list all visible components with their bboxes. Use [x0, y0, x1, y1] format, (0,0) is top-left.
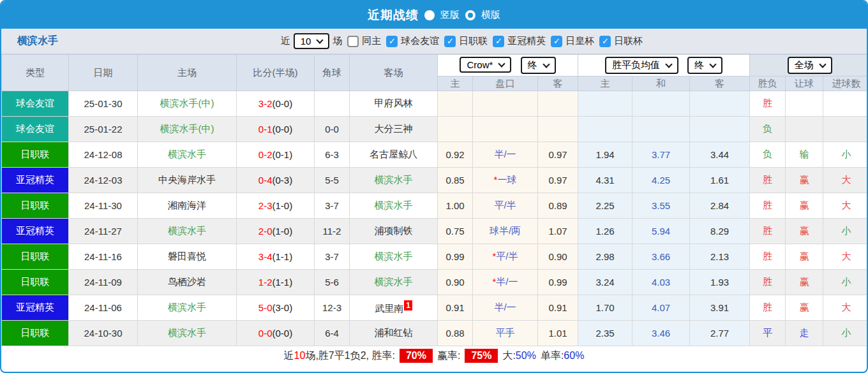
ah-away-odds-cell	[538, 117, 578, 142]
eu-home-odds-cell: 1.26	[578, 219, 632, 244]
result-cell: 胜	[750, 193, 786, 219]
result-cell: 平	[750, 321, 786, 346]
chevron-down-icon	[317, 36, 324, 43]
date-cell: 24-11-09	[69, 270, 138, 295]
eu-draw-odds-cell: 4.03	[632, 270, 690, 295]
vertical-layout-label: 竖版	[440, 9, 460, 21]
eu-home-odds-cell: 3.24	[578, 270, 632, 295]
ah-home-odds-cell	[438, 117, 473, 142]
result-cell: 负	[750, 142, 786, 168]
team-name-link[interactable]: 横滨水手	[17, 34, 58, 48]
eu-away-odds-cell: 2.77	[690, 321, 750, 346]
result-cell: 负	[750, 117, 786, 142]
corner-cell: 6-4	[315, 321, 350, 346]
ah-line-cell: *一球	[473, 168, 538, 193]
score-cell: 1-2(1-1)	[237, 270, 315, 295]
away-team-cell: 甲府风林	[350, 91, 438, 117]
eu-away-odds-cell: 2.84	[690, 193, 750, 219]
eu-draw-odds-cell	[632, 117, 690, 142]
goals-result-cell: 小	[823, 270, 868, 295]
league-checkbox-emperor-cup[interactable]: ✓	[551, 36, 562, 47]
table-row: 日职联24-10-30横滨水手0-0(0-0)6-4浦和红钻0.88平手1.01…	[2, 321, 868, 346]
handicap-state-select[interactable]: 终	[521, 57, 556, 74]
col-header-score: 比分(半场)	[237, 55, 315, 91]
league-checkbox-j1[interactable]: ✓	[444, 36, 456, 47]
home-team-cell: 横滨水手	[138, 142, 237, 168]
ah-result-cell: 走	[786, 321, 823, 346]
chevron-down-icon	[542, 61, 550, 68]
score-cell: 2-3(1-0)	[237, 193, 315, 219]
europe-odds-select[interactable]: 胜平负均值	[605, 57, 678, 74]
bookmaker-select[interactable]: Crow*	[460, 57, 511, 73]
ah-line-cell	[473, 117, 538, 142]
subcol-ah-result: 让球	[786, 77, 823, 91]
corner-cell	[315, 91, 350, 117]
table-row: 亚冠精英24-12-03中央海岸水手0-4(0-3)5-5横滨水手0.85*一球…	[2, 168, 868, 193]
eu-away-odds-cell: 3.91	[690, 295, 750, 321]
date-cell: 24-12-03	[69, 168, 138, 193]
league-checkbox-league-cup[interactable]: ✓	[599, 36, 611, 47]
subcol-ah-away: 客	[538, 77, 578, 91]
eu-home-odds-cell: 2.98	[578, 244, 632, 270]
recent-results-widget: 近期战绩 竖版 横版 横滨水手 近 10 场 同主 ✓ 球会友谊 ✓ 日职联 ✓…	[0, 0, 868, 373]
filter-bar: 横滨水手 近 10 场 同主 ✓ 球会友谊 ✓ 日职联 ✓ 亚冠精英 ✓ 日皇杯…	[1, 29, 867, 54]
eu-home-odds-cell	[578, 91, 632, 117]
eu-draw-odds-cell	[632, 91, 690, 117]
eu-draw-odds-cell: 4.25	[632, 168, 690, 193]
result-cell: 胜	[750, 270, 786, 295]
table-row: 日职联24-12-08横滨水手0-2(0-1)6-3名古屋鲸八0.92半/一0.…	[2, 142, 868, 168]
league-label-emperor-cup: 日皇杯	[565, 35, 594, 47]
score-cell: 3-4(1-1)	[237, 244, 315, 270]
ah-result-cell	[786, 91, 823, 117]
ah-line-cell: 平/半	[473, 193, 538, 219]
horizontal-layout-label: 横版	[481, 9, 500, 21]
home-team-cell: 横滨水手	[138, 219, 237, 244]
ah-away-odds-cell: 0.97	[538, 142, 578, 168]
table-row: 日职联24-11-30湘南海洋2-3(1-0)3-7横滨水手1.00平/半0.8…	[2, 193, 868, 219]
table-row: 球会友谊25-01-30横滨水手(中)3-2(0-0)甲府风林胜	[2, 91, 868, 117]
ah-away-odds-cell: 1.07	[538, 219, 578, 244]
eu-home-odds-cell: 1.94	[578, 142, 632, 168]
page-title: 近期战绩	[368, 7, 419, 24]
type-badge: 球会友谊	[2, 91, 69, 117]
eu-away-odds-cell	[690, 91, 750, 117]
score-cell: 0-4(0-3)	[237, 168, 315, 193]
league-checkbox-friendly[interactable]: ✓	[386, 36, 398, 47]
europe-state-select[interactable]: 终	[687, 57, 722, 74]
table-row: 日职联24-11-09鸟栖沙岩1-2(1-1)5-6横滨水手0.90*半/一0.…	[2, 270, 868, 295]
away-team-cell: 名古屋鲸八	[350, 142, 438, 168]
horizontal-layout-radio[interactable]	[465, 10, 475, 20]
league-checkbox-acl[interactable]: ✓	[493, 36, 504, 47]
type-badge: 亚冠精英	[2, 295, 69, 321]
away-team-cell: 浦和红钻	[350, 321, 438, 346]
vertical-layout-radio[interactable]	[424, 10, 435, 20]
date-cell: 24-11-27	[69, 219, 138, 244]
table-row: 亚冠精英24-11-27横滨水手2-0(1-0)11-2浦项制铁0.75球半/两…	[2, 219, 868, 244]
result-cell: 胜	[750, 91, 786, 117]
col-header-corner: 角球	[315, 55, 350, 91]
ah-home-odds-cell	[438, 91, 473, 117]
ah-home-odds-cell: 0.91	[438, 295, 473, 321]
ah-line-cell: 平手	[473, 321, 538, 346]
league-label-acl: 亚冠精英	[507, 35, 546, 47]
ah-away-odds-cell: 0.97	[538, 168, 578, 193]
type-badge: 日职联	[2, 244, 69, 270]
col-header-date: 日期	[69, 55, 138, 91]
ah-home-odds-cell: 0.75	[438, 219, 473, 244]
ah-line-cell: *半/一	[473, 270, 538, 295]
ah-result-cell: 赢	[786, 244, 823, 270]
scope-select[interactable]: 全场	[788, 57, 832, 74]
subcol-goals: 进球数	[823, 77, 868, 91]
same-home-checkbox[interactable]	[347, 36, 359, 47]
ah-away-odds-cell: 1.01	[538, 321, 578, 346]
home-team-cell: 横滨水手(中)	[138, 91, 237, 117]
corner-cell: 5-5	[315, 168, 350, 193]
chevron-down-icon	[665, 61, 672, 68]
match-count-select[interactable]: 10	[294, 33, 330, 49]
date-cell: 24-11-30	[69, 193, 138, 219]
result-cell: 胜	[750, 295, 786, 321]
chevron-down-icon	[819, 61, 826, 68]
result-cell: 胜	[750, 168, 786, 193]
single-rate: 单率:60%	[541, 349, 584, 363]
corner-cell: 12-3	[315, 295, 350, 321]
